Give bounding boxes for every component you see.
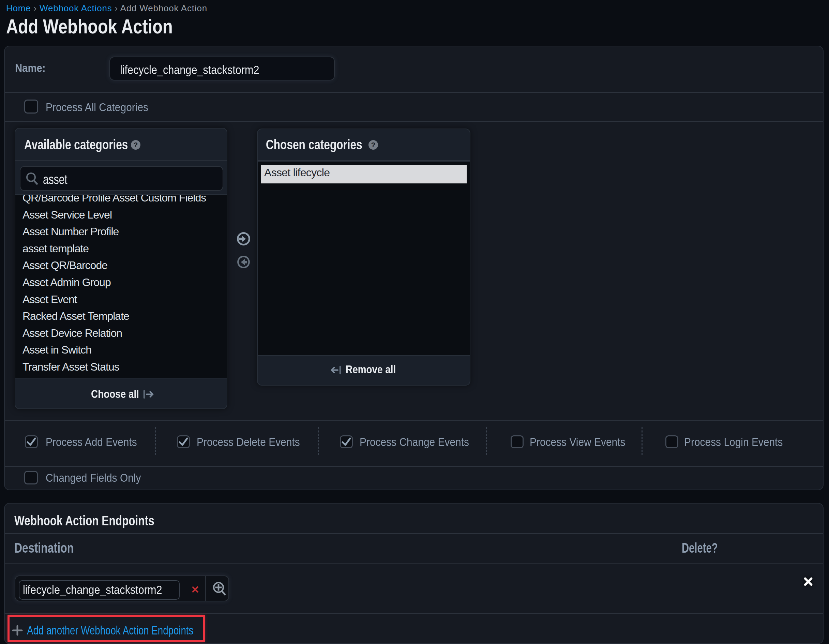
svg-text:?: ? [134,141,138,148]
svg-text:?: ? [371,141,376,148]
